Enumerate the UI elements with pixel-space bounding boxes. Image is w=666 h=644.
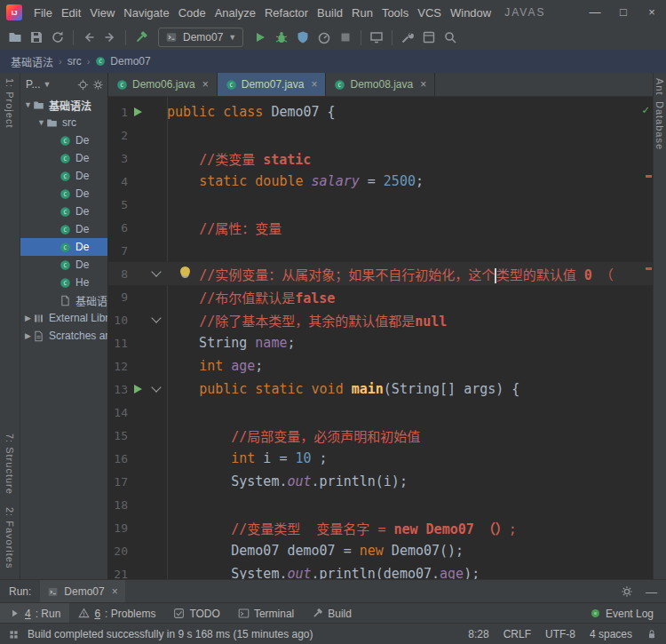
- menu-file[interactable]: File: [29, 6, 57, 20]
- tree-item[interactable]: CDe: [20, 220, 107, 238]
- indent-setting[interactable]: 4 spaces: [590, 628, 632, 640]
- tool-button-ant[interactable]: Ant: [654, 78, 665, 96]
- menu-view[interactable]: View: [85, 6, 119, 20]
- tree-item[interactable]: 基础语: [20, 291, 107, 309]
- tool-button-structure[interactable]: 7: Structure: [4, 433, 15, 495]
- run-config-selector[interactable]: Demo07 ▼: [158, 28, 243, 47]
- maximize-button[interactable]: □: [609, 0, 638, 25]
- error-stripe-mark[interactable]: [646, 267, 652, 270]
- breadcrumb-item[interactable]: CDemo07: [95, 55, 150, 68]
- line-separator[interactable]: CRLF: [503, 628, 531, 640]
- tool-window-switcher-icon[interactable]: [9, 630, 19, 640]
- svg-text:C: C: [229, 81, 233, 88]
- tree-toggle-icon[interactable]: ▼: [36, 118, 46, 127]
- menu-refactor[interactable]: Refactor: [260, 6, 313, 20]
- error-stripe-mark[interactable]: [646, 175, 652, 178]
- breadcrumb-item[interactable]: 基础语法: [11, 54, 53, 69]
- menu-window[interactable]: Window: [446, 6, 496, 20]
- minimize-button[interactable]: —: [581, 0, 609, 25]
- profiler-icon[interactable]: [313, 27, 335, 48]
- gutter-marks: [128, 354, 167, 378]
- lock-icon[interactable]: [646, 629, 657, 640]
- tool-button-project[interactable]: 1: Project: [4, 78, 15, 128]
- caret-position[interactable]: 8:28: [468, 628, 488, 640]
- gutter-marks: [128, 539, 167, 562]
- tree-toggle-icon[interactable]: ▶: [23, 314, 33, 322]
- menu-analyze[interactable]: Analyze: [210, 6, 260, 20]
- editor-tab[interactable]: CDemo06.java×: [108, 73, 218, 96]
- run-line-icon[interactable]: [134, 385, 142, 394]
- save-all-icon[interactable]: [26, 27, 47, 48]
- tree-item[interactable]: CDe: [20, 256, 107, 274]
- sdk-manager-icon[interactable]: [397, 27, 418, 48]
- hide-panel-icon[interactable]: —: [646, 585, 657, 599]
- run-tab[interactable]: Demo07 ×: [40, 580, 124, 603]
- gear-icon[interactable]: [621, 585, 633, 598]
- tool-button-favorites[interactable]: 2: Favorites: [4, 507, 15, 568]
- line-number: 12: [108, 360, 128, 373]
- build-project-icon[interactable]: [131, 27, 152, 48]
- menu-run[interactable]: Run: [347, 6, 377, 20]
- close-icon[interactable]: ×: [420, 78, 426, 91]
- tree-item[interactable]: CDe: [20, 167, 107, 185]
- open-folder-icon[interactable]: [4, 27, 26, 48]
- tree-item[interactable]: ▼src: [20, 114, 107, 131]
- menu-tools[interactable]: Tools: [377, 6, 413, 20]
- menu-edit[interactable]: Edit: [57, 6, 85, 20]
- editor-tab-active[interactable]: CDemo07.java×: [218, 73, 327, 96]
- intention-bulb-icon[interactable]: [180, 266, 190, 276]
- close-icon[interactable]: ×: [311, 78, 317, 91]
- locate-file-icon[interactable]: [77, 79, 89, 91]
- coverage-icon[interactable]: [292, 27, 313, 48]
- close-icon[interactable]: ×: [202, 78, 209, 91]
- gutter-marks: [128, 516, 167, 539]
- sync-icon[interactable]: [47, 27, 68, 48]
- tool-window-button-eventlog[interactable]: Event Log: [581, 603, 662, 624]
- menu-vcs[interactable]: VCS: [413, 6, 446, 20]
- tool-window-button-problems[interactable]: 6: Problems: [69, 603, 164, 624]
- tree-item[interactable]: CDe: [20, 203, 107, 220]
- menu-navigate[interactable]: Navigate: [119, 6, 173, 20]
- tree-item-label: De: [75, 152, 89, 164]
- tab-label: Demo06.java: [132, 78, 195, 91]
- fold-icon[interactable]: [151, 382, 161, 392]
- search-icon[interactable]: [440, 27, 461, 48]
- project-view-dropdown[interactable]: P...: [26, 78, 40, 91]
- tool-window-button-terminal[interactable]: Terminal: [229, 603, 303, 624]
- device-monitor-icon[interactable]: [366, 27, 387, 48]
- close-button[interactable]: ×: [638, 0, 666, 25]
- stop-icon[interactable]: [335, 27, 356, 48]
- fold-icon[interactable]: [151, 313, 161, 322]
- run-button-icon[interactable]: [250, 27, 271, 48]
- menu-build[interactable]: Build: [313, 6, 347, 20]
- close-icon[interactable]: ×: [112, 585, 118, 598]
- menu-code[interactable]: Code: [174, 6, 210, 20]
- code-line: 18: [108, 493, 654, 516]
- tree-item[interactable]: ▶External Libraries: [20, 309, 107, 327]
- tree-item[interactable]: CDe: [20, 149, 107, 167]
- tool-window-button-build[interactable]: Build: [303, 603, 361, 624]
- fold-icon[interactable]: [151, 266, 161, 276]
- tree-item[interactable]: CDe: [20, 131, 107, 149]
- tree-item[interactable]: ▼基础语法: [20, 96, 107, 114]
- debug-icon[interactable]: [271, 27, 292, 48]
- tree-item[interactable]: CDe: [20, 185, 107, 203]
- tree-item[interactable]: CHe: [20, 274, 107, 291]
- gear-icon[interactable]: [92, 79, 104, 91]
- tool-window-icon[interactable]: [418, 27, 440, 48]
- tree-toggle-icon[interactable]: ▶: [23, 331, 33, 340]
- code-editor[interactable]: 1public class Demo07 {23 //类变量 static4 s…: [108, 97, 654, 579]
- tool-window-button-run[interactable]: 4: Run: [0, 603, 69, 624]
- tree-toggle-icon[interactable]: ▼: [23, 100, 33, 109]
- toolbar-separator: [392, 30, 392, 45]
- tree-item[interactable]: ▶Scratches and Consoles: [20, 327, 107, 345]
- tool-button-database[interactable]: Database: [654, 101, 665, 150]
- tool-window-button-todo[interactable]: TODO: [164, 603, 228, 624]
- editor-tab[interactable]: CDemo08.java×: [326, 73, 435, 96]
- file-encoding[interactable]: UTF-8: [545, 628, 575, 640]
- run-line-icon[interactable]: [134, 107, 142, 116]
- tree-item-selected[interactable]: CDe: [20, 238, 107, 256]
- back-icon[interactable]: [78, 27, 99, 48]
- breadcrumb-item[interactable]: src: [67, 55, 82, 68]
- forward-icon[interactable]: [99, 27, 121, 48]
